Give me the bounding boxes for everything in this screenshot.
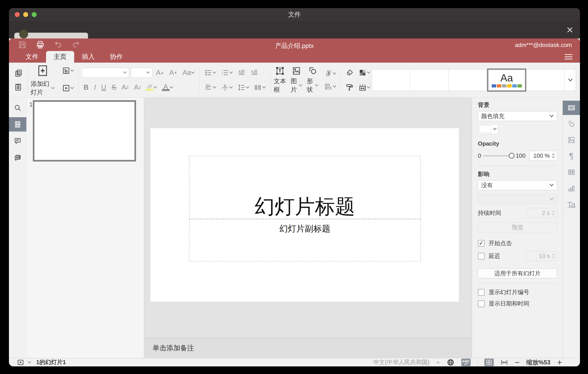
tab-collaboration[interactable]: 协作	[102, 51, 130, 63]
notes-area[interactable]: 单击添加备注	[144, 338, 472, 358]
fit-to-slide-toggle[interactable]	[484, 359, 494, 366]
numbered-list-icon[interactable]	[219, 67, 234, 78]
insert-shape-button[interactable]: 形状	[307, 66, 318, 94]
spellcheck-toggle[interactable]: ABC	[461, 359, 471, 366]
theme-option-2[interactable]	[410, 69, 449, 91]
shape-settings-icon[interactable]	[563, 117, 580, 131]
color-scheme-icon[interactable]	[357, 67, 372, 78]
apply-to-all-slides-button[interactable]: 适用于所有幻灯片	[478, 268, 557, 278]
table-settings-icon[interactable]	[563, 165, 580, 179]
opacity-slider[interactable]	[483, 155, 513, 156]
show-slide-number-checkbox[interactable]	[478, 289, 484, 296]
paragraph-group	[203, 66, 267, 94]
slideshow-options-icon[interactable]	[28, 361, 31, 364]
insert-image-button[interactable]: 图片	[291, 66, 302, 94]
slides-panel-icon[interactable]	[9, 117, 26, 132]
chart-settings-icon[interactable]	[563, 181, 580, 196]
show-date-time-checkbox[interactable]	[478, 300, 484, 307]
change-case-button[interactable]: Aa	[181, 67, 196, 78]
delay-checkbox[interactable]	[478, 253, 484, 259]
zoom-in-button[interactable]: +	[557, 358, 562, 367]
zoom-level-label: 缩放%53	[526, 358, 550, 366]
language-caret-icon[interactable]	[436, 361, 440, 364]
subtitle-placeholder[interactable]: 幻灯片副标题	[189, 219, 421, 262]
opacity-min-label: 0	[478, 152, 481, 159]
theme-option-3[interactable]	[449, 69, 487, 91]
columns-icon[interactable]	[252, 82, 267, 93]
zoom-out-button[interactable]: −	[515, 358, 520, 367]
line-spacing-icon[interactable]	[236, 82, 251, 93]
window-title: 文件	[9, 10, 580, 19]
decrease-font-button[interactable]: A▼	[168, 67, 179, 78]
start-on-click-checkbox[interactable]: ✓	[478, 240, 484, 247]
font-size-combo[interactable]	[131, 68, 152, 78]
copy-icon[interactable]	[13, 67, 24, 79]
increase-font-button[interactable]: A▲	[154, 67, 166, 78]
add-slide-button[interactable]: 添加幻灯片	[31, 80, 55, 97]
arrange-shape-icon[interactable]	[323, 68, 337, 79]
insert-shape-label: 形状	[307, 77, 314, 94]
paste-icon[interactable]	[13, 81, 24, 93]
show-date-time-label: 显示日期和时间	[489, 300, 529, 308]
align-shape-icon[interactable]	[323, 81, 337, 92]
increase-indent-icon[interactable]	[249, 67, 260, 78]
fill-type-select[interactable]: 颜色填充	[478, 111, 557, 121]
slide-settings-icon[interactable]	[563, 101, 580, 115]
language-selector[interactable]: 中文(中华人民共和国)	[373, 358, 429, 366]
add-slide-icon[interactable]	[31, 64, 55, 78]
slide-group: 添加幻灯片	[31, 64, 75, 97]
theme-gallery-expand-icon[interactable]	[565, 69, 576, 91]
chat-icon[interactable]	[9, 150, 26, 165]
bullet-list-icon[interactable]	[203, 67, 218, 78]
vertical-align-icon[interactable]	[219, 82, 234, 93]
copy-style-icon[interactable]	[344, 82, 355, 93]
editor-canvas[interactable]: 幻灯片标题 幻灯片副标题	[144, 98, 472, 338]
slide-thumbnail[interactable]	[33, 100, 136, 162]
opacity-spinner[interactable]: 100 %	[529, 151, 557, 161]
strikeout-button[interactable]: S	[110, 82, 118, 93]
image-settings-icon[interactable]	[563, 133, 580, 147]
highlight-color-button[interactable]	[145, 82, 158, 93]
duration-label: 持续时间	[478, 209, 501, 217]
clear-style-icon[interactable]	[344, 67, 355, 78]
bold-button[interactable]: B	[82, 82, 90, 93]
start-slideshow-status-icon[interactable]	[17, 359, 24, 366]
search-icon[interactable]	[9, 101, 26, 115]
title-placeholder[interactable]: 幻灯片标题	[189, 156, 421, 219]
tab-home[interactable]: 主页	[46, 51, 74, 63]
italic-button[interactable]: I	[92, 82, 98, 93]
comments-icon[interactable]	[9, 134, 26, 148]
tab-insert[interactable]: 插入	[74, 51, 102, 63]
close-icon[interactable]: ×	[567, 24, 573, 35]
fill-color-picker[interactable]	[478, 124, 498, 134]
subscript-button[interactable]: A2	[132, 82, 143, 93]
effect-type-select	[478, 194, 557, 204]
effect-section-label: 影响	[478, 170, 557, 178]
fill-color-swatch	[479, 125, 491, 133]
duration-value: 2 s	[542, 209, 550, 217]
superscript-button[interactable]: A2	[120, 82, 130, 93]
menu-icon[interactable]	[565, 54, 572, 59]
theme-option-5[interactable]	[526, 69, 565, 91]
paragraph-settings-icon[interactable]: ¶	[563, 149, 580, 163]
textart-settings-icon[interactable]: Ta	[563, 197, 580, 212]
font-color-button[interactable]: A	[160, 82, 175, 93]
underline-button[interactable]: U	[99, 82, 108, 93]
tab-file[interactable]: 文件	[18, 51, 46, 63]
horizontal-align-icon[interactable]	[203, 82, 218, 93]
set-language-globe-icon[interactable]	[447, 358, 455, 366]
insert-textbox-button[interactable]: 文本框	[274, 66, 286, 94]
opacity-slider-knob[interactable]	[509, 153, 514, 159]
avatar	[19, 30, 28, 38]
theme-color-strip	[492, 84, 522, 88]
theme-option-1[interactable]	[372, 69, 410, 91]
font-name-combo[interactable]	[82, 68, 129, 78]
theme-option-selected[interactable]: Aa	[487, 68, 526, 92]
start-slideshow-icon[interactable]	[61, 82, 75, 94]
slide-size-icon[interactable]	[357, 82, 372, 93]
effect-select[interactable]: 没有	[478, 180, 557, 190]
change-layout-icon[interactable]	[61, 65, 75, 77]
fit-to-width-toggle[interactable]	[500, 359, 508, 366]
slide-surface[interactable]: 幻灯片标题 幻灯片副标题	[150, 128, 459, 302]
decrease-indent-icon[interactable]	[236, 67, 247, 78]
